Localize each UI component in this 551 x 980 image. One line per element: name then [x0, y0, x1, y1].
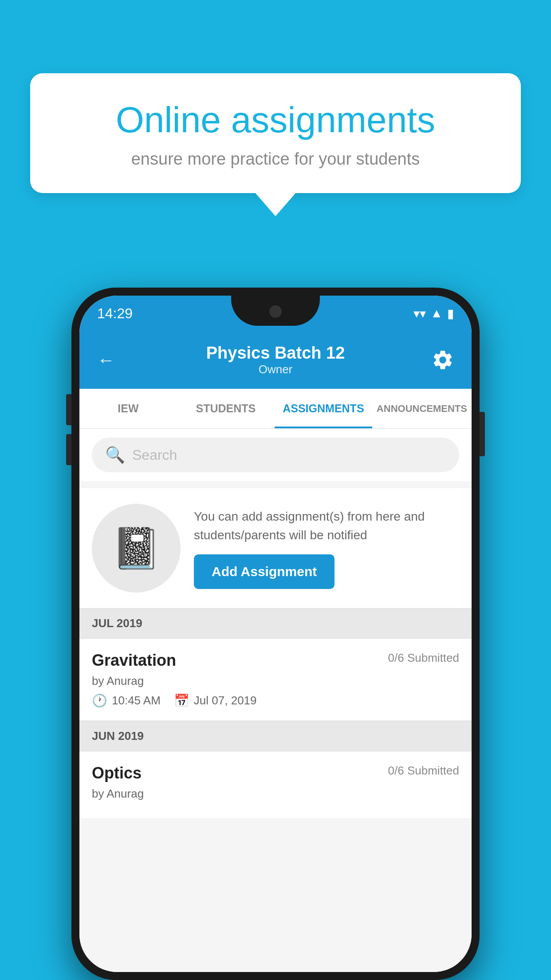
assignment-meta-gravitation: 🕐 10:45 AM 📅 Jul 07, 2019 — [92, 693, 459, 708]
calendar-icon: 📅 — [174, 693, 189, 708]
add-assignment-button[interactable]: Add Assignment — [194, 554, 335, 589]
app-header: ← Physics Batch 12 Owner — [79, 331, 472, 389]
phone-screen: 14:29 ▾▾ ▲ ▮ ← Physics Batch 12 Owner — [79, 296, 472, 972]
tab-students-label: STUDENTS — [196, 402, 256, 415]
signal-icon: ▲ — [430, 306, 443, 320]
promo-description: You can add assignment(s) from here and … — [194, 507, 459, 545]
assignment-by-gravitation: by Anurag — [92, 674, 459, 688]
power-button — [480, 412, 485, 456]
promo-title: Online assignments — [61, 100, 490, 140]
tab-announcements[interactable]: ANNOUNCEMENTS — [372, 389, 472, 428]
assignment-time-item: 🕐 10:45 AM — [92, 693, 161, 708]
tab-students[interactable]: STUDENTS — [177, 389, 275, 428]
promo-card: Online assignments ensure more practice … — [30, 73, 521, 193]
promo-subtitle: ensure more practice for your students — [61, 150, 490, 169]
assignment-submitted-optics: 0/6 Submitted — [388, 764, 459, 778]
add-assignment-promo: 📓 You can add assignment(s) from here an… — [79, 488, 472, 608]
search-bar[interactable]: 🔍 Search — [92, 438, 459, 472]
search-icon: 🔍 — [105, 446, 125, 464]
notebook-icon: 📓 — [111, 525, 161, 572]
section-header-jul: JUL 2019 — [79, 608, 472, 639]
tabs-bar: IEW STUDENTS ASSIGNMENTS ANNOUNCEMENTS — [79, 389, 472, 429]
clock-icon: 🕐 — [92, 693, 107, 708]
assignment-title-gravitation: Gravitation — [92, 651, 176, 670]
search-placeholder: Search — [132, 447, 177, 463]
volume-down-button — [66, 434, 71, 465]
header-title-group: Physics Batch 12 Owner — [206, 344, 345, 376]
tab-assignments[interactable]: ASSIGNMENTS — [275, 389, 372, 428]
assignment-by-optics: by Anurag — [92, 787, 459, 801]
notebook-icon-wrapper: 📓 — [92, 504, 181, 593]
settings-button[interactable] — [427, 344, 458, 375]
assignment-title-optics: Optics — [92, 764, 142, 782]
status-icons: ▾▾ ▲ ▮ — [413, 306, 454, 321]
camera — [269, 305, 282, 318]
gear-icon — [431, 348, 454, 371]
content-area: 🔍 Search 📓 You can add assignment(s) fro… — [79, 429, 472, 972]
assignment-top-optics: Optics 0/6 Submitted — [92, 764, 459, 782]
status-time: 14:29 — [97, 305, 133, 322]
assignment-item-optics[interactable]: Optics 0/6 Submitted by Anurag — [79, 751, 472, 819]
volume-up-button — [66, 394, 71, 425]
tab-iew[interactable]: IEW — [79, 389, 177, 428]
assignment-date-gravitation: Jul 07, 2019 — [194, 694, 257, 707]
header-title: Physics Batch 12 — [206, 344, 345, 363]
tab-announcements-label: ANNOUNCEMENTS — [377, 403, 467, 415]
promo-content: You can add assignment(s) from here and … — [194, 507, 459, 589]
assignment-top-gravitation: Gravitation 0/6 Submitted — [92, 651, 459, 670]
wifi-icon: ▾▾ — [413, 306, 426, 321]
search-container: 🔍 Search — [79, 429, 472, 481]
back-button[interactable]: ← — [93, 347, 119, 373]
header-subtitle: Owner — [206, 363, 345, 376]
assignment-submitted-gravitation: 0/6 Submitted — [388, 651, 459, 665]
assignment-time-gravitation: 10:45 AM — [112, 694, 161, 707]
section-header-jun: JUN 2019 — [79, 721, 472, 751]
phone-wrapper: 14:29 ▾▾ ▲ ▮ ← Physics Batch 12 Owner — [71, 288, 480, 980]
tab-iew-label: IEW — [118, 402, 138, 415]
battery-icon: ▮ — [447, 306, 454, 321]
tab-assignments-label: ASSIGNMENTS — [283, 402, 364, 415]
back-arrow-icon: ← — [97, 350, 115, 370]
assignment-item-gravitation[interactable]: Gravitation 0/6 Submitted by Anurag 🕐 10… — [79, 639, 472, 721]
assignment-date-item: 📅 Jul 07, 2019 — [174, 693, 257, 708]
notch — [231, 296, 320, 326]
